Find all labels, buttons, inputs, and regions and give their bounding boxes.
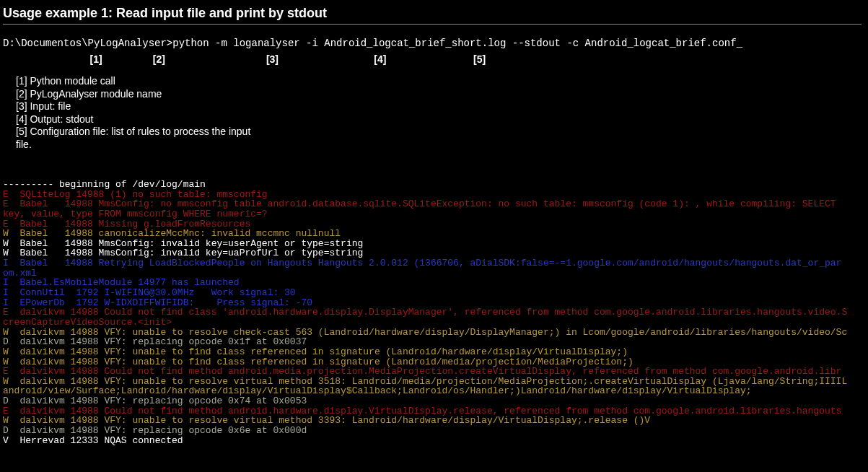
cmd-part-3: -i Android_logcat_brief_short.log xyxy=(306,38,506,49)
legend-line: [3] Input: file xyxy=(16,100,865,113)
label-3: [3] xyxy=(266,53,279,65)
label-1: [1] xyxy=(90,53,102,65)
log-line: W dalvikvm 14988 VFY: unable to resolve … xyxy=(3,416,865,426)
cmd-part-1: python -m xyxy=(172,38,227,49)
log-line: W Babel 14988 MmsConfig: invalid key=uaP… xyxy=(3,248,865,258)
log-line: D dalvikvm 14988 VFY: replacing opcode 0… xyxy=(3,426,865,436)
label-2: [2] xyxy=(153,53,165,65)
cmd-part-2: loganalyser xyxy=(233,38,299,49)
log-line: I Babel.EsMobileModule 14977 has launche… xyxy=(3,278,865,288)
label-4: [4] xyxy=(374,53,386,65)
log-output: --------- beginning of /dev/log/mainE SQ… xyxy=(3,180,865,445)
log-line: om.xml xyxy=(3,268,865,279)
label-5: [5] xyxy=(473,53,486,65)
log-line: I EPowerDb 1792 W-IDXDIFFWIFIDB: Press s… xyxy=(3,298,865,308)
log-line: W Babel 14988 canonicalizeMccMnc: invali… xyxy=(3,229,865,239)
cmd-part-4: --stdout xyxy=(512,38,561,49)
command-line: D:\Documentos\PyLogAnalyser>python -m lo… xyxy=(3,38,865,49)
log-line: E dalvikvm 14988 Could not find class 'a… xyxy=(3,307,865,318)
log-line: W Babel 14988 MmsConfig: invalid key=use… xyxy=(3,239,865,249)
log-line: E Babel 14988 Missing g.loadFromResource… xyxy=(3,219,865,230)
log-line: E dalvikvm 14988 Could not find method a… xyxy=(3,406,865,416)
log-line: V Herrevad 12333 NQAS connected xyxy=(3,436,865,446)
log-line: E Babel 14988 MmsConfig: no mmsconfig ta… xyxy=(3,199,865,209)
legend-block: [1] Python module call [2] PyLogAnalyser… xyxy=(16,75,865,151)
page-title: Usage example 1: Read input file and pri… xyxy=(3,4,865,24)
title-underline xyxy=(3,24,862,25)
log-line: W dalvikvm 14988 VFY: unable to find cla… xyxy=(3,357,865,367)
log-line: D dalvikvm 14988 VFY: replacing opcode 0… xyxy=(3,396,865,406)
log-line: key, value, type FROM mmsconfig WHERE nu… xyxy=(3,209,865,219)
log-line: creenCaptureVideoSource.<init> xyxy=(3,318,865,328)
log-line: android/view/Surface;Landroid/hardware/d… xyxy=(3,386,865,396)
log-line: W dalvikvm 14988 VFY: unable to resolve … xyxy=(3,377,865,387)
log-line: --------- beginning of /dev/log/main xyxy=(3,180,865,190)
log-line: D dalvikvm 14988 VFY: replacing opcode 0… xyxy=(3,337,865,347)
cmd-part-5: -c Android_logcat_brief.conf_ xyxy=(566,38,742,49)
legend-line: [2] PyLogAnalyser module name xyxy=(16,88,865,101)
log-line: I ConnUtil 1792 I-WIFING@30.0MHz Work si… xyxy=(3,288,865,298)
legend-line: [4] Output: stdout xyxy=(16,113,865,126)
log-line: E SQLiteLog 14988 (1) no such table: mms… xyxy=(3,190,865,200)
command-labels-row: [1] [2] [3] [4] [5] xyxy=(3,53,865,65)
legend-line: [1] Python module call xyxy=(16,75,865,88)
log-line: W dalvikvm 14988 VFY: unable to find cla… xyxy=(3,347,865,357)
cmd-prompt: D:\Documentos\PyLogAnalyser> xyxy=(3,38,172,49)
log-line: E dalvikvm 14988 Could not find method a… xyxy=(3,367,865,377)
log-line: I Babel 14988 Retrying LoadBlockedPeople… xyxy=(3,258,865,268)
legend-line: file. xyxy=(16,139,865,152)
log-line: W dalvikvm 14988 VFY: unable to resolve … xyxy=(3,328,865,338)
legend-line: [5] Configuration file: list of rules to… xyxy=(16,126,865,139)
